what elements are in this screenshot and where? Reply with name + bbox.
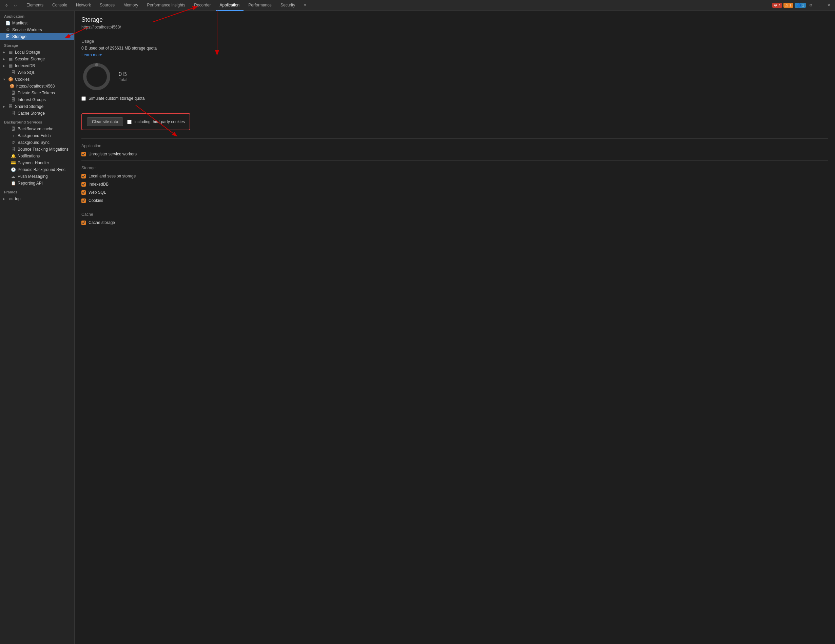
sidebar-item-session-storage[interactable]: ▶ ▦ Session Storage (0, 56, 74, 62)
local-session-checkbox[interactable] (81, 174, 86, 179)
cookies-checkbox[interactable] (81, 198, 86, 203)
settings-icon[interactable]: ⚙ (807, 2, 815, 9)
donut-total: 0 B Total (119, 71, 127, 82)
donut-chart-container: 0 B Total (81, 62, 828, 92)
donut-size: 0 B (119, 71, 127, 77)
web-sql-icon: 🗄 (11, 70, 16, 75)
cache-storage-checkbox[interactable] (81, 221, 86, 225)
cookies-label: Cookies (15, 77, 29, 82)
tab-application[interactable]: Application (216, 0, 244, 11)
sidebar-item-reporting-api[interactable]: 📋 Reporting API (0, 180, 74, 187)
sidebar-item-interest-groups[interactable]: 🗄 Interest Groups (0, 96, 74, 103)
tab-console[interactable]: Console (48, 0, 71, 11)
tab-performance[interactable]: Performance (244, 0, 276, 11)
learn-more-link[interactable]: Learn more (81, 53, 102, 57)
local-session-label[interactable]: Local and session storage (89, 174, 136, 179)
third-party-label[interactable]: including third-party cookies (134, 119, 185, 124)
sidebar-item-cache-storage[interactable]: 🗄 Cache Storage (0, 110, 74, 117)
unregister-sw-label[interactable]: Unregister service workers (89, 152, 136, 156)
sidebar-item-payment-handler[interactable]: 💳 Payment Handler (0, 159, 74, 166)
third-party-checkbox[interactable] (127, 120, 132, 124)
clear-site-data-button[interactable]: Clear site data (87, 117, 123, 126)
web-sql-checkbox[interactable] (81, 190, 86, 195)
local-session-storage-row: Local and session storage (81, 174, 828, 179)
sidebar-item-cookies[interactable]: ▼ 🍪 Cookies (0, 76, 74, 83)
tab-memory[interactable]: Memory (119, 0, 142, 11)
indexeddb-checkbox[interactable] (81, 182, 86, 187)
storage-label: Storage (12, 34, 26, 39)
simulate-quota-row: Simulate custom storage quota (81, 96, 828, 101)
sidebar-item-background-fetch[interactable]: ↑ Background Fetch (0, 132, 74, 139)
tab-performance-insights[interactable]: Performance insights (143, 0, 189, 11)
donut-label: Total (119, 77, 127, 82)
application-subsection-label: Application (81, 143, 828, 148)
sidebar-item-manifest[interactable]: 📄 Manifest (0, 20, 74, 26)
reporting-api-label: Reporting API (18, 181, 43, 185)
sidebar-item-background-sync[interactable]: ↺ Background Sync (0, 139, 74, 146)
indexeddb-icon: ▦ (8, 63, 13, 68)
sidebar-item-cookies-url[interactable]: 🍪 https://localhost:4568 (0, 83, 74, 89)
tab-security[interactable]: Security (276, 0, 299, 11)
sidebar-item-notifications[interactable]: 🔔 Notifications (0, 153, 74, 159)
sidebar-item-shared-storage[interactable]: ▶ 🗄 Shared Storage (0, 103, 74, 110)
local-storage-arrow: ▶ (3, 50, 6, 54)
sidebar-item-indexeddb[interactable]: ▶ ▦ IndexedDB (0, 62, 74, 69)
error-badge[interactable]: ⊗ 7 (772, 3, 782, 8)
manifest-label: Manifest (12, 21, 28, 26)
web-sql-label: Web SQL (18, 70, 35, 75)
reporting-api-icon: 📋 (11, 181, 16, 185)
cookies-check-row: Cookies (81, 198, 828, 203)
info-badge[interactable]: 🔵 1 (794, 3, 806, 8)
third-party-cookies-row: including third-party cookies (127, 119, 185, 124)
tab-recorder[interactable]: Recorder (190, 0, 215, 11)
sidebar-item-service-workers[interactable]: ⚙ Service Workers (0, 26, 74, 33)
sidebar-item-web-sql[interactable]: 🗄 Web SQL (0, 69, 74, 76)
sidebar-item-storage[interactable]: 🗄 Storage (0, 33, 74, 40)
tab-network[interactable]: Network (72, 0, 95, 11)
sidebar-item-bounce-tracking[interactable]: 🗄 Bounce Tracking Mitigations (0, 146, 74, 153)
warn-badge[interactable]: ⚠ 1 (783, 3, 793, 8)
cookies-url-label: https://localhost:4568 (16, 84, 55, 89)
sidebar-item-periodic-bg-sync[interactable]: 🕐 Periodic Background Sync (0, 166, 74, 173)
inspect-icon[interactable]: ⊹ (3, 2, 10, 9)
simulate-quota-label[interactable]: Simulate custom storage quota (89, 96, 145, 101)
notifications-label: Notifications (18, 154, 40, 158)
indexeddb-check-label[interactable]: IndexedDB (89, 182, 109, 187)
sidebar-item-push-messaging[interactable]: ☁ Push Messaging (0, 173, 74, 180)
storage-icon: 🗄 (5, 34, 10, 39)
cookies-check-label[interactable]: Cookies (89, 198, 103, 203)
tab-elements[interactable]: Elements (23, 0, 47, 11)
private-state-tokens-icon: 🗄 (11, 91, 16, 95)
divider-2 (81, 138, 828, 139)
clear-btn-row: Clear site data including third-party co… (81, 113, 190, 130)
divider-4 (81, 207, 828, 207)
content-area: Storage https://localhost:4568/ Usage 0 … (75, 11, 835, 644)
web-sql-check-label[interactable]: Web SQL (89, 190, 106, 195)
bounce-tracking-icon: 🗄 (11, 147, 16, 152)
divider-3 (81, 161, 828, 161)
storage-section-label: Storage (0, 40, 74, 49)
sidebar-item-private-state-tokens[interactable]: 🗄 Private State Tokens (0, 89, 74, 96)
cache-storage-check-label[interactable]: Cache storage (89, 220, 115, 225)
push-messaging-label: Push Messaging (18, 174, 48, 179)
tab-more[interactable]: » (300, 0, 310, 11)
simulate-quota-checkbox[interactable] (81, 96, 86, 101)
more-options-icon[interactable]: ⋮ (816, 2, 824, 9)
unregister-sw-checkbox[interactable] (81, 152, 86, 156)
sidebar-item-local-storage[interactable]: ▶ ▦ Local Storage (0, 49, 74, 56)
sidebar-item-frames-top[interactable]: ▶ ▭ top (0, 195, 74, 202)
svg-point-0 (85, 65, 109, 89)
usage-heading: Usage (81, 39, 828, 44)
device-icon[interactable]: ▱ (11, 2, 19, 9)
close-icon[interactable]: ✕ (825, 2, 832, 9)
interest-groups-label: Interest Groups (18, 98, 46, 102)
payment-handler-label: Payment Handler (18, 161, 49, 165)
devtools-toolbar: ⊹ ▱ Elements Console Network Sources Mem… (0, 0, 835, 11)
sidebar-item-back-forward-cache[interactable]: 🗄 Back/forward cache (0, 125, 74, 132)
donut-chart (81, 62, 112, 92)
tab-sources[interactable]: Sources (96, 0, 119, 11)
background-sync-icon: ↺ (11, 140, 16, 145)
service-workers-icon: ⚙ (5, 28, 10, 32)
back-forward-cache-icon: 🗄 (11, 127, 16, 131)
clear-site-data-section: Clear site data including third-party co… (81, 109, 828, 134)
